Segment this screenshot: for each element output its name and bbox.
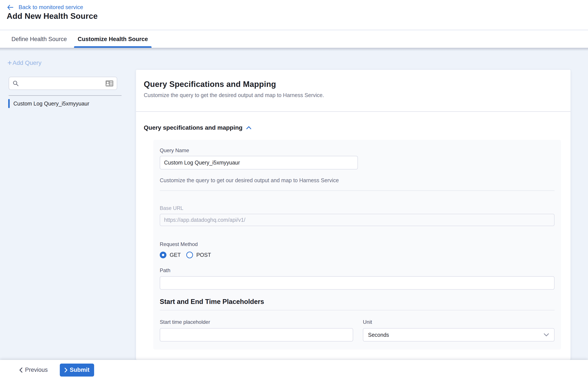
panel-header-divider <box>136 111 571 112</box>
unit-column: Unit Seconds <box>363 319 554 342</box>
panel-body: Query specifications and mapping Query N… <box>136 124 571 349</box>
unit-label: Unit <box>363 319 554 325</box>
query-name-helper-text: Customize the query to get our desired o… <box>160 177 554 184</box>
chevron-right-icon <box>64 367 68 373</box>
previous-button-label: Previous <box>25 367 48 373</box>
start-time-input[interactable] <box>160 328 353 342</box>
unit-select[interactable]: Seconds <box>363 328 554 342</box>
submit-button-label: Submit <box>70 367 90 373</box>
tab-define-health-source[interactable]: Define Health Source <box>8 31 70 48</box>
radio-label-post: POST <box>196 252 211 258</box>
query-list-item[interactable]: Custom Log Query_i5xmyyuaur <box>8 99 89 108</box>
search-icon <box>13 80 19 87</box>
add-query-label: Add Query <box>13 59 41 66</box>
panel-header: Query Specifications and Mapping Customi… <box>136 70 571 98</box>
chevron-down-icon <box>543 333 549 337</box>
query-name-input[interactable] <box>160 156 358 170</box>
sidebar-divider <box>9 95 121 96</box>
tab-label: Define Health Source <box>11 36 67 43</box>
card-view-toggle-icon[interactable] <box>105 80 114 87</box>
time-placeholder-row: Start time placeholder Unit Seconds <box>160 319 554 342</box>
request-method-label: Request Method <box>160 241 554 247</box>
back-link-label: Back to monitored service <box>18 4 83 11</box>
add-query-button[interactable]: + Add Query <box>7 59 41 66</box>
back-to-monitored-service-link[interactable]: Back to monitored service <box>7 4 83 11</box>
query-search-input[interactable] <box>22 80 103 86</box>
plus-icon: + <box>7 60 12 66</box>
section-header: Query specifications and mapping <box>144 124 563 131</box>
page-title: Add New Health Source <box>7 12 98 21</box>
unit-select-value: Seconds <box>368 332 543 338</box>
panel-subtitle: Customize the query to get the desired o… <box>144 92 563 98</box>
section-title: Query specifications and mapping <box>144 124 242 131</box>
radio-label-get: GET <box>170 252 181 258</box>
content-area: + Add Query <box>0 48 588 360</box>
card-divider <box>160 190 554 191</box>
radio-option-get[interactable]: GET <box>160 252 181 258</box>
collapse-section-button[interactable] <box>246 125 252 131</box>
radio-unselected-icon <box>186 252 193 258</box>
query-form-card: Query Name Customize the query to get ou… <box>153 140 561 349</box>
app-root: Back to monitored service Add New Health… <box>0 0 588 380</box>
tab-customize-health-source[interactable]: Customize Health Source <box>74 31 152 48</box>
base-url-input[interactable] <box>160 214 554 226</box>
query-name-label: Query Name <box>160 147 554 153</box>
path-input[interactable] <box>160 276 554 290</box>
query-item-label: Custom Log Query_i5xmyyuaur <box>13 100 89 107</box>
tab-label: Customize Health Source <box>78 36 148 43</box>
radio-selected-icon <box>160 252 166 258</box>
query-sidebar: + Add Query <box>0 48 136 360</box>
previous-button[interactable]: Previous <box>19 367 48 373</box>
query-search-box <box>9 77 117 90</box>
page-header: Back to monitored service Add New Health… <box>0 0 588 30</box>
submit-button[interactable]: Submit <box>60 363 94 377</box>
footer-bar: Previous Submit <box>0 360 588 380</box>
arrow-left-icon <box>7 4 13 10</box>
chevron-left-icon <box>19 367 23 373</box>
radio-option-post[interactable]: POST <box>186 252 211 258</box>
request-method-radio-group: GET POST <box>160 252 554 258</box>
query-spec-panel: Query Specifications and Mapping Customi… <box>136 70 571 360</box>
panel-title: Query Specifications and Mapping <box>144 80 563 89</box>
base-url-group: Base URL <box>160 205 554 226</box>
path-group: Path <box>160 267 554 290</box>
start-time-label: Start time placeholder <box>160 319 353 325</box>
placeholders-heading: Start and End Time Placeholders <box>160 298 554 306</box>
tabbar: Define Health Source Customize Health So… <box>0 31 588 48</box>
base-url-label: Base URL <box>160 205 554 211</box>
request-method-group: Request Method GET POST <box>160 241 554 258</box>
start-time-column: Start time placeholder <box>160 319 353 342</box>
path-label: Path <box>160 267 554 273</box>
selected-indicator-bar <box>8 99 10 108</box>
active-tab-underline <box>74 46 152 48</box>
card-divider <box>160 310 554 310</box>
chevron-up-icon <box>246 125 252 131</box>
